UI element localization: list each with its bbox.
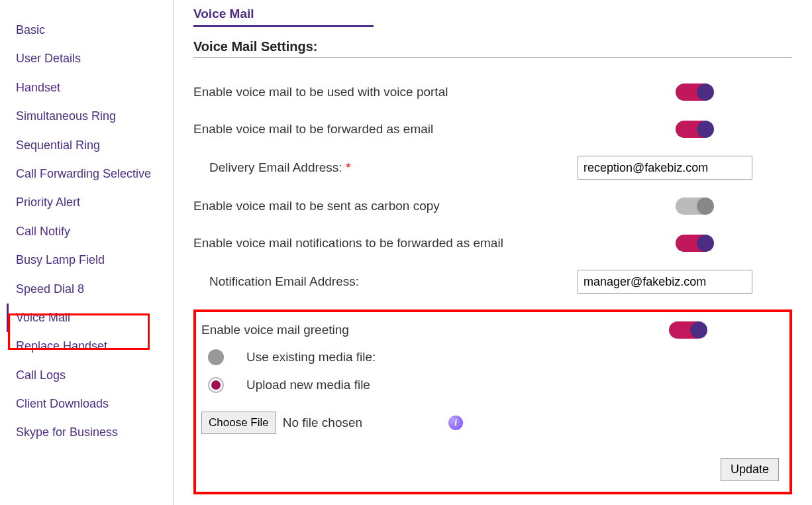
radio-label-existing: Use existing media file: <box>246 350 376 365</box>
file-chosen-status: No file chosen <box>283 416 362 430</box>
radio-icon <box>208 349 224 365</box>
sidebar-item-call-forwarding-selective[interactable]: Call Forwarding Selective <box>7 160 173 188</box>
info-icon[interactable]: i <box>448 416 463 430</box>
label-forward-email: Enable voice mail to be forwarded as ema… <box>193 122 676 137</box>
label-notify-email: Enable voice mail notifications to be fo… <box>193 236 676 251</box>
sidebar-item-skype-for-business[interactable]: Skype for Business <box>7 418 173 447</box>
sidebar: Basic User Details Handset Simultaneous … <box>0 0 174 505</box>
sidebar-item-simultaneous-ring[interactable]: Simultaneous Ring <box>7 102 173 131</box>
label-carbon-copy: Enable voice mail to be sent as carbon c… <box>193 199 676 213</box>
label-notification-email: Notification Email Address: <box>193 274 578 289</box>
update-button[interactable]: Update <box>721 458 779 481</box>
radio-icon <box>208 377 224 393</box>
sidebar-item-priority-alert[interactable]: Priority Alert <box>7 188 173 217</box>
sidebar-item-call-notify[interactable]: Call Notify <box>7 217 173 246</box>
label-greeting: Enable voice mail greeting <box>201 323 669 337</box>
toggle-knob-icon <box>697 197 714 215</box>
sidebar-item-call-logs[interactable]: Call Logs <box>7 361 173 390</box>
radio-upload-new[interactable]: Upload new media file <box>208 377 779 393</box>
choose-file-button[interactable]: Choose File <box>201 412 276 434</box>
toggle-knob-icon <box>697 84 714 101</box>
main-panel: Voice Mail Voice Mail Settings: Enable v… <box>174 0 812 505</box>
toggle-knob-icon <box>697 235 714 252</box>
sidebar-item-basic[interactable]: Basic <box>7 16 173 44</box>
toggle-knob-icon <box>690 321 707 339</box>
required-asterisk-icon: * <box>342 160 351 174</box>
delivery-email-input[interactable] <box>578 156 752 180</box>
page-title: Voice Mail <box>193 7 374 27</box>
toggle-forward-email[interactable] <box>676 121 713 138</box>
radio-use-existing[interactable]: Use existing media file: <box>208 349 779 365</box>
section-header: Voice Mail Settings: <box>193 39 792 58</box>
toggle-voice-portal[interactable] <box>676 84 713 101</box>
toggle-greeting[interactable] <box>669 321 706 339</box>
notification-email-input[interactable] <box>578 270 752 294</box>
label-delivery-email: Delivery Email Address: * <box>193 160 578 175</box>
sidebar-item-handset[interactable]: Handset <box>7 74 173 102</box>
sidebar-item-sequential-ring[interactable]: Sequential Ring <box>7 131 173 160</box>
sidebar-item-client-downloads[interactable]: Client Downloads <box>7 390 173 418</box>
toggle-carbon-copy[interactable] <box>676 197 713 215</box>
sidebar-item-speed-dial-8[interactable]: Speed Dial 8 <box>7 275 173 304</box>
sidebar-item-voice-mail[interactable]: Voice Mail <box>7 304 173 332</box>
label-voice-portal: Enable voice mail to be used with voice … <box>193 85 676 99</box>
sidebar-item-user-details[interactable]: User Details <box>7 44 173 73</box>
sidebar-item-busy-lamp-field[interactable]: Busy Lamp Field <box>7 246 173 274</box>
greeting-highlight-box: Enable voice mail greeting Use existing … <box>193 309 792 494</box>
toggle-notify-email[interactable] <box>676 235 713 252</box>
radio-label-upload: Upload new media file <box>246 378 370 392</box>
delivery-label-text: Delivery Email Address: <box>209 160 342 174</box>
toggle-knob-icon <box>697 121 714 138</box>
sidebar-item-replace-handset[interactable]: Replace Handset <box>7 332 173 361</box>
